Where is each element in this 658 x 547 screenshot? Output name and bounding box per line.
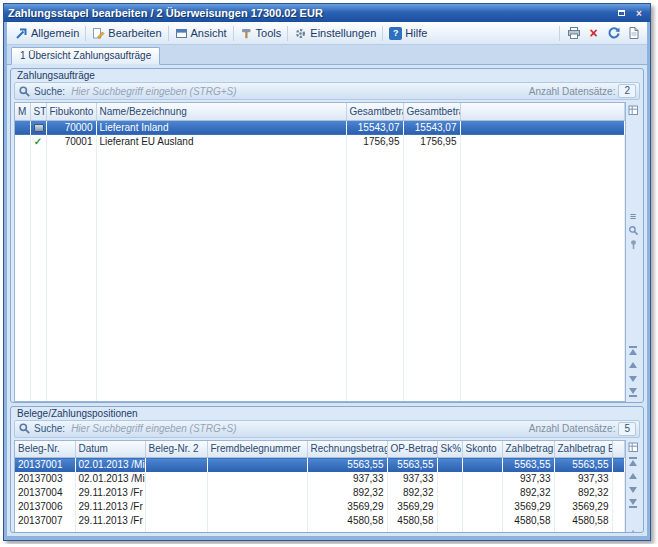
column-header-rechnungsbetrag[interactable]: Rechnungsbetrag [307,441,387,458]
move-last-icon[interactable] [627,387,639,399]
grid-empty-row[interactable] [15,191,625,205]
delete-icon[interactable]: × [586,26,601,41]
grid-cell[interactable]: 937,33 [554,472,612,486]
grid-cell[interactable] [462,500,502,514]
grid-cell[interactable]: 29.11.2013 /Fr [75,486,145,500]
grid-cell[interactable]: 20137006 [15,500,75,514]
grid-cell[interactable]: 937,33 [502,472,554,486]
grid-empty-row[interactable] [15,289,625,303]
column-header-datum[interactable]: Datum [75,441,145,458]
grid-cell[interactable]: 20137001 [15,458,75,473]
grid-cell[interactable]: 892,32 [307,486,387,500]
grid-cell[interactable] [462,486,502,500]
grid-cell[interactable]: 892,32 [387,486,437,500]
grid-cell[interactable] [207,500,307,514]
grid-cell[interactable]: 892,32 [554,486,612,500]
grid-cell[interactable]: 3569,29 [387,500,437,514]
table-row[interactable]: 2013700302.01.2013 /Mi937,33937,33937,33… [15,472,625,486]
grid-empty-row[interactable] [15,345,625,359]
grid-cell[interactable]: Lieferant Inland [96,120,346,135]
grid-empty-row[interactable] [15,528,625,533]
orders-search-input[interactable] [69,84,529,98]
grid-empty-row[interactable] [15,177,625,191]
grid-cell[interactable]: 15543,07 [346,120,403,135]
move-first-icon[interactable] [627,345,639,357]
move-first-icon[interactable] [627,456,639,468]
move-down-icon[interactable] [627,484,639,496]
grid-cell[interactable] [462,458,502,473]
column-header-gesamtbetrag-euro[interactable]: Gesamtbetrag Euro [403,103,460,120]
grid-empty-row[interactable] [15,275,625,289]
grid-cell[interactable] [207,472,307,486]
column-header-zahlbetrag[interactable]: Zahlbetrag [502,441,554,458]
grid-cell[interactable]: 5563,55 [307,458,387,473]
grid-cell[interactable]: 29.11.2013 /Fr [75,500,145,514]
titlebar[interactable]: Zahlungsstapel bearbeiten / 2 Überweisun… [4,4,650,22]
grid-empty-row[interactable] [15,149,625,163]
grid-empty-row[interactable] [15,205,625,219]
grid-cell[interactable] [30,120,46,135]
menu-bearbeiten[interactable]: Bearbeiten [87,25,166,42]
grid-cell[interactable] [437,500,462,514]
column-header-st[interactable]: ST [30,103,46,120]
column-header-sk[interactable]: Sk% [437,441,462,458]
refresh-icon[interactable] [606,26,621,41]
grid-cell[interactable]: 892,32 [502,486,554,500]
column-header-fremdbelegnummer[interactable]: Fremdbelegnummer [207,441,307,458]
add-icon[interactable]: + [627,528,639,533]
grid-cell[interactable] [145,500,207,514]
column-header-zahlbetrag-euro[interactable]: Zahlbetrag Euro [554,441,612,458]
table-row[interactable]: 70000Lieferant Inland15543,0715543,07 [15,120,625,135]
positions-search-input[interactable] [69,422,529,436]
grid-cell[interactable]: 4580,58 [502,514,554,528]
grid-empty-row[interactable] [15,373,625,387]
column-options-icon[interactable] [627,104,639,116]
menu-allgemein[interactable]: Allgemein [10,25,84,42]
menu-ansicht[interactable]: Ansicht [170,25,232,42]
magnifier-icon[interactable] [627,224,639,236]
document-icon[interactable] [626,26,641,41]
column-options-icon[interactable] [627,442,639,454]
grid-cell[interactable] [207,514,307,528]
grid-cell[interactable] [462,514,502,528]
grid-empty-row[interactable] [15,303,625,317]
grid-cell[interactable]: 15543,07 [403,120,460,135]
grid-cell[interactable]: 1756,95 [403,135,460,149]
grid-cell[interactable]: 70001 [46,135,96,149]
grid-cell[interactable]: 1756,95 [346,135,403,149]
move-up-icon[interactable] [627,359,639,371]
grid-empty-row[interactable] [15,387,625,401]
grid-cell[interactable]: 5563,55 [502,458,554,473]
grid-cell[interactable] [460,120,625,135]
grid-cell[interactable] [437,486,462,500]
grid-empty-row[interactable] [15,233,625,247]
move-down-icon[interactable] [627,373,639,385]
grid-empty-row[interactable] [15,163,625,177]
grid-cell[interactable]: 4580,58 [387,514,437,528]
grid-empty-row[interactable] [15,261,625,275]
grid-cell[interactable] [15,135,30,149]
grid-cell[interactable] [207,458,307,473]
column-header-m[interactable]: M [15,103,30,120]
print-icon[interactable] [566,26,581,41]
tab-overview-zahlungsauftraege[interactable]: 1 Übersicht Zahlungsaufträge [11,47,160,65]
grid-cell[interactable]: 4580,58 [307,514,387,528]
grid-cell[interactable]: 20137003 [15,472,75,486]
grid-cell[interactable]: 02.01.2013 /Mi [75,458,145,473]
grid-cell[interactable]: 3569,29 [554,500,612,514]
menu-einstellungen[interactable]: Einstellungen [289,25,381,42]
column-header-fibukonto[interactable]: Fibukonto [46,103,96,120]
grid-cell[interactable]: 3569,29 [307,500,387,514]
grid-cell[interactable]: 937,33 [307,472,387,486]
table-row[interactable]: ✓70001Lieferant EU Ausland1756,951756,95 [15,135,625,149]
grid-cell[interactable]: 4580,58 [554,514,612,528]
grid-cell[interactable] [462,472,502,486]
column-header-beleg-nr[interactable]: Beleg-Nr. [15,441,75,458]
move-up-icon[interactable] [627,470,639,482]
grid-empty-row[interactable] [15,247,625,261]
grid-cell[interactable] [460,135,625,149]
list-icon[interactable]: ≡ [627,210,639,222]
grid-cell[interactable] [145,514,207,528]
grid-cell[interactable] [207,486,307,500]
grid-cell[interactable]: 20137004 [15,486,75,500]
